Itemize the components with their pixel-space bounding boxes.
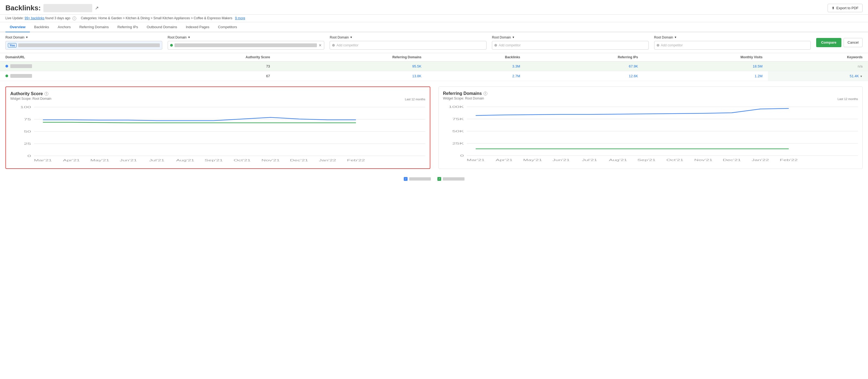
tabs-bar: Overview Backlinks Anchors Referring Dom… <box>0 22 868 32</box>
svg-text:Jan'22: Jan'22 <box>319 159 336 162</box>
tab-backlinks[interactable]: Backlinks <box>30 22 54 32</box>
cell-authority-2: 67 <box>142 71 275 81</box>
svg-text:May'21: May'21 <box>90 159 110 162</box>
page-title: Backlinks: ↗ <box>5 4 98 12</box>
legend-item-2: ✓ <box>437 177 465 181</box>
live-update-bar: Live Update: 99+ backlinks found 3 days … <box>0 14 868 22</box>
svg-text:100K: 100K <box>448 105 464 108</box>
filter-label-1[interactable]: Root Domain ▼ <box>5 36 162 39</box>
cancel-button[interactable]: Cancel <box>844 38 863 47</box>
data-table: Domain/URL Authority Score Referring Dom… <box>0 53 868 81</box>
filter-label-4[interactable]: Root Domain ▼ <box>492 36 649 39</box>
page-title-text: Backlinks: <box>5 4 41 12</box>
gray-dot-4 <box>494 44 497 47</box>
filter-arrow-2: ▼ <box>188 36 190 39</box>
filter-input-1[interactable]: You <box>5 41 162 49</box>
svg-text:Mar'21: Mar'21 <box>467 159 485 162</box>
svg-text:Feb'22: Feb'22 <box>779 159 798 162</box>
filter-input-5[interactable]: Add competitor <box>654 41 811 49</box>
chart-scope-row-referring: Widget Scope: Root Domain Last 12 months <box>443 97 858 101</box>
cell-ref-domains-2: 13.8K <box>275 71 427 81</box>
export-pdf-button[interactable]: ⬆ Export to PDF <box>828 4 863 12</box>
cell-ref-domains-1: 95.5K <box>275 61 427 71</box>
ref-ips-link-2[interactable]: 12.6K <box>629 74 638 78</box>
chart-title-text-referring: Referring Domains <box>443 91 482 96</box>
svg-text:25: 25 <box>24 142 31 145</box>
backlinks-link-1[interactable]: 3.3M <box>512 64 520 68</box>
gray-dot-5 <box>657 44 659 47</box>
keywords-link-2[interactable]: 51.4K <box>849 74 859 78</box>
page-title-domain <box>43 4 92 12</box>
col-header-domain: Domain/URL <box>0 53 142 62</box>
legend-row: ✓ ✓ <box>0 174 868 183</box>
backlinks-link-2[interactable]: 2.7M <box>512 74 520 78</box>
chart-svg-authority: 100 75 50 25 0 Mar'21 Apr'21 May'21 Jun'… <box>10 104 426 164</box>
col-header-backlinks: Backlinks <box>427 53 526 62</box>
more-link[interactable]: 9 more <box>235 16 245 20</box>
svg-text:Nov'21: Nov'21 <box>694 159 712 162</box>
chart-title-text-authority: Authority Score <box>10 91 43 96</box>
cell-monthly-visits-2: 1.2M <box>643 71 768 81</box>
chart-scope-row-authority: Widget Scope: Root Domain Last 12 months <box>10 97 426 102</box>
chart-title-referring: Referring Domains i <box>443 91 858 96</box>
ref-domains-link-1[interactable]: 95.5K <box>412 64 422 68</box>
compare-button[interactable]: Compare <box>816 38 841 47</box>
info-icon-authority[interactable]: i <box>44 92 48 96</box>
tab-referring-ips[interactable]: Referring IPs <box>113 22 143 32</box>
filter-domain-placeholder-1 <box>18 43 160 47</box>
monthly-visits-link-2[interactable]: 1.2M <box>754 74 763 78</box>
cell-backlinks-2: 2.7M <box>427 71 526 81</box>
tab-outbound-domains[interactable]: Outbound Domains <box>143 22 182 32</box>
filter-input-2[interactable]: ✕ <box>168 41 324 49</box>
you-badge: You <box>8 43 17 47</box>
svg-text:Oct'21: Oct'21 <box>234 159 250 162</box>
svg-text:Jun'21: Jun'21 <box>120 159 137 162</box>
svg-text:Aug'21: Aug'21 <box>609 159 627 162</box>
filter-input-4[interactable]: Add competitor <box>492 41 649 49</box>
svg-text:0: 0 <box>27 154 31 157</box>
add-competitor-4: Add competitor <box>499 43 521 47</box>
chart-scope-referring: Widget Scope: Root Domain <box>443 97 484 100</box>
filter-label-text-2: Root Domain <box>168 36 187 39</box>
svg-text:Oct'21: Oct'21 <box>666 159 683 162</box>
tab-competitors[interactable]: Competitors <box>214 22 241 32</box>
svg-text:May'21: May'21 <box>523 159 542 162</box>
chart-timeframe-referring: Last 12 months <box>838 97 858 101</box>
live-update-suffix: found 3 days ago <box>45 16 70 20</box>
filter-label-text-4: Root Domain <box>492 36 511 39</box>
info-icon-live[interactable]: i <box>72 16 76 20</box>
legend-checkbox-1[interactable]: ✓ <box>404 177 407 181</box>
ref-ips-link-1[interactable]: 67.9K <box>629 64 638 68</box>
filter-label-5[interactable]: Root Domain ▼ <box>654 36 811 39</box>
tab-referring-domains[interactable]: Referring Domains <box>75 22 113 32</box>
filter-label-3[interactable]: Root Domain ▼ <box>330 36 487 39</box>
legend-checkbox-2[interactable]: ✓ <box>437 177 441 181</box>
live-update-link[interactable]: 99+ backlinks <box>25 16 44 20</box>
col-header-keywords: Keywords <box>768 53 868 62</box>
filter-label-text-3: Root Domain <box>330 36 349 39</box>
cell-ref-ips-2: 12.6K <box>526 71 643 81</box>
ref-domains-link-2[interactable]: 13.8K <box>412 74 422 78</box>
filter-group-3: Root Domain ▼ Add competitor <box>330 36 487 49</box>
svg-text:50: 50 <box>24 130 31 133</box>
filter-label-2[interactable]: Root Domain ▼ <box>168 36 324 39</box>
svg-text:Sep'21: Sep'21 <box>637 159 655 162</box>
info-icon-referring[interactable]: i <box>484 92 487 96</box>
chart-authority-score: Authority Score i Widget Scope: Root Dom… <box>5 87 430 169</box>
filter-arrow-5: ▼ <box>674 36 677 39</box>
filter-input-3[interactable]: Add competitor <box>330 41 487 49</box>
filter-arrow-3: ▼ <box>350 36 352 39</box>
tab-anchors[interactable]: Anchors <box>54 22 75 32</box>
monthly-visits-link-1[interactable]: 18.5M <box>753 64 763 68</box>
svg-text:0: 0 <box>460 154 464 157</box>
col-header-authority: Authority Score <box>142 53 275 62</box>
tab-overview[interactable]: Overview <box>5 22 30 32</box>
clear-button-2[interactable]: ✕ <box>318 43 322 47</box>
external-link-icon[interactable]: ↗ <box>95 5 98 10</box>
filter-group-2: Root Domain ▼ ✕ <box>168 36 324 49</box>
charts-section: Authority Score i Widget Scope: Root Dom… <box>0 81 868 174</box>
legend-domain-2 <box>443 177 465 180</box>
legend-item-1: ✓ <box>404 177 431 181</box>
svg-text:Feb'22: Feb'22 <box>347 159 365 162</box>
tab-indexed-pages[interactable]: Indexed Pages <box>182 22 214 32</box>
